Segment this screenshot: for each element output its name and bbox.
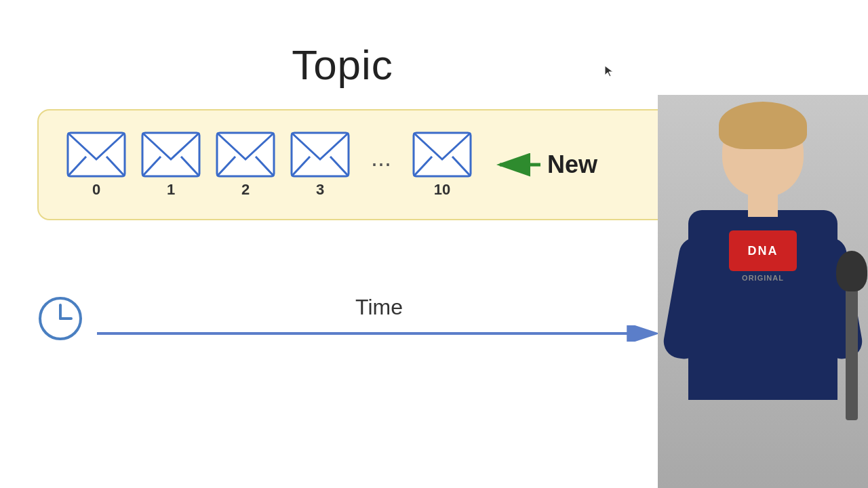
new-arrow-icon [493,152,540,177]
message-item-1: 1 [140,131,201,199]
shirt-text: DNA [748,244,778,258]
time-arrow-svg [97,325,661,342]
message-number-1: 1 [167,181,175,199]
topic-box: 0 1 2 [37,109,682,220]
ellipsis: ... [364,144,398,172]
envelope-icon-0 [66,131,127,178]
message-number-0: 0 [92,181,100,199]
new-arrow-group: New [493,150,597,179]
envelope-icon-10 [412,131,473,178]
time-label: Time [355,295,403,320]
message-number-3: 3 [316,181,324,199]
main-content: Topic 0 1 [0,0,685,488]
time-section: Time [37,295,661,342]
svg-rect-13 [414,133,471,176]
message-item-2: 2 [215,131,276,199]
presenter-hair [719,102,807,149]
message-item-10: 10 [412,131,473,199]
microphone-head [836,251,867,291]
shirt-text-2: ORIGINAL [719,271,807,283]
shirt-design: DNA [729,230,797,271]
envelope-icon-2 [215,131,276,178]
new-label: New [547,150,597,179]
svg-marker-0 [605,66,613,77]
message-number-10: 10 [434,181,450,199]
presenter-background: DNA ORIGINAL [658,95,868,488]
message-item-0: 0 [66,131,127,199]
microphone-stand [846,271,858,420]
presenter-neck [748,190,778,217]
envelope-icon-3 [290,131,351,178]
time-arrow-line [97,325,661,342]
clock-icon [37,296,83,342]
page-title: Topic [0,41,685,89]
mouse-cursor [604,64,617,78]
message-item-3: 3 [290,131,351,199]
time-axis: Time [97,295,661,342]
presenter-body: DNA ORIGINAL [688,210,837,400]
svg-rect-1 [68,133,125,176]
svg-rect-4 [142,133,199,176]
presenter-area: DNA ORIGINAL [658,95,868,488]
svg-rect-7 [217,133,274,176]
envelope-icon-1 [140,131,201,178]
message-number-2: 2 [241,181,250,199]
svg-rect-10 [292,133,349,176]
